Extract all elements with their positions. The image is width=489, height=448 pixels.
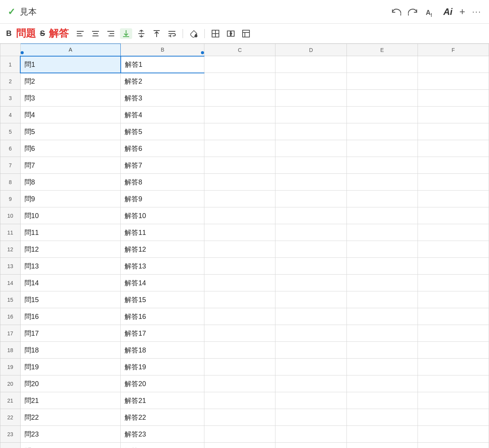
cell-f-1[interactable] bbox=[418, 56, 489, 73]
cell-c-12[interactable] bbox=[204, 241, 275, 258]
cell-f-15[interactable] bbox=[418, 291, 489, 308]
valign-middle-icon[interactable] bbox=[135, 28, 147, 39]
align-center-icon[interactable] bbox=[89, 28, 102, 39]
freeze-icon[interactable] bbox=[240, 28, 252, 39]
cell-e-14[interactable] bbox=[347, 275, 418, 291]
cell-e-5[interactable] bbox=[347, 123, 418, 140]
valign-bottom-icon[interactable] bbox=[120, 28, 132, 39]
cell-f-20[interactable] bbox=[418, 375, 489, 392]
borders-icon[interactable] bbox=[209, 28, 222, 39]
cell-c-17[interactable] bbox=[204, 325, 275, 342]
cell-a-6[interactable]: 問6 bbox=[20, 140, 121, 157]
cell-c-21[interactable] bbox=[204, 392, 275, 409]
table-row[interactable]: 1問1解答1 bbox=[0, 56, 489, 73]
cell-d-22[interactable] bbox=[275, 409, 347, 426]
cell-b-11[interactable]: 解答11 bbox=[121, 224, 204, 241]
cell-c-23[interactable] bbox=[204, 426, 275, 443]
table-row[interactable]: 13問13解答13 bbox=[0, 258, 489, 275]
cell-a-18[interactable]: 問18 bbox=[20, 342, 121, 359]
cell-b-18[interactable]: 解答18 bbox=[121, 342, 204, 359]
cell-e-2[interactable] bbox=[347, 73, 418, 90]
cell-f-22[interactable] bbox=[418, 409, 489, 426]
table-row[interactable]: 2問2解答2 bbox=[0, 73, 489, 90]
cell-d-21[interactable] bbox=[275, 392, 347, 409]
cell-b-5[interactable]: 解答5 bbox=[121, 123, 204, 140]
cell-c-15[interactable] bbox=[204, 291, 275, 308]
cell-c-2[interactable] bbox=[204, 73, 275, 90]
cell-f-5[interactable] bbox=[418, 123, 489, 140]
cell-e-1[interactable] bbox=[347, 56, 418, 73]
cell-f-17[interactable] bbox=[418, 325, 489, 342]
cell-e-24[interactable] bbox=[347, 443, 418, 448]
cell-f-6[interactable] bbox=[418, 140, 489, 157]
table-row[interactable]: 22問22解答22 bbox=[0, 409, 489, 426]
cell-f-7[interactable] bbox=[418, 157, 489, 174]
cell-b-17[interactable]: 解答17 bbox=[121, 325, 204, 342]
cell-b-23[interactable]: 解答23 bbox=[121, 426, 204, 443]
cell-d-7[interactable] bbox=[275, 157, 347, 174]
cell-a-4[interactable]: 問4 bbox=[20, 107, 121, 123]
cell-a-12[interactable]: 問12 bbox=[20, 241, 121, 258]
cell-c-1[interactable] bbox=[204, 56, 275, 73]
cell-b-10[interactable]: 解答10 bbox=[121, 207, 204, 224]
cell-a-8[interactable]: 問8 bbox=[20, 174, 121, 191]
cell-b-6[interactable]: 解答6 bbox=[121, 140, 204, 157]
cell-d-2[interactable] bbox=[275, 73, 347, 90]
cell-b-12[interactable]: 解答12 bbox=[121, 241, 204, 258]
cell-a-17[interactable]: 問17 bbox=[20, 325, 121, 342]
cell-b-4[interactable]: 解答4 bbox=[121, 107, 204, 123]
cell-a-10[interactable]: 問10 bbox=[20, 207, 121, 224]
font-size-icon[interactable]: A ǃ bbox=[425, 6, 436, 18]
cell-c-20[interactable] bbox=[204, 375, 275, 392]
cell-e-16[interactable] bbox=[347, 308, 418, 325]
cell-e-11[interactable] bbox=[347, 224, 418, 241]
align-left-icon[interactable] bbox=[74, 28, 86, 39]
cell-c-18[interactable] bbox=[204, 342, 275, 359]
table-row[interactable]: 16問16解答16 bbox=[0, 308, 489, 325]
cell-d-11[interactable] bbox=[275, 224, 347, 241]
add-icon[interactable]: + bbox=[459, 6, 465, 18]
cell-c-4[interactable] bbox=[204, 107, 275, 123]
cell-d-14[interactable] bbox=[275, 275, 347, 291]
cell-b-19[interactable]: 解答19 bbox=[121, 359, 204, 375]
cell-c-6[interactable] bbox=[204, 140, 275, 157]
cell-b-24[interactable]: 解答24 bbox=[121, 443, 204, 448]
column-header-f[interactable]: F bbox=[418, 44, 489, 56]
cell-f-19[interactable] bbox=[418, 359, 489, 375]
column-header-a[interactable]: A bbox=[20, 44, 121, 56]
column-header-d[interactable]: D bbox=[275, 44, 347, 56]
cell-d-12[interactable] bbox=[275, 241, 347, 258]
cell-e-10[interactable] bbox=[347, 207, 418, 224]
check-icon[interactable]: ✓ bbox=[8, 6, 15, 17]
table-row[interactable]: 6問6解答6 bbox=[0, 140, 489, 157]
table-row[interactable]: 10問10解答10 bbox=[0, 207, 489, 224]
column-header-b[interactable]: B bbox=[121, 44, 204, 56]
cell-c-22[interactable] bbox=[204, 409, 275, 426]
cell-b-2[interactable]: 解答2 bbox=[121, 73, 204, 90]
cell-b-3[interactable]: 解答3 bbox=[121, 90, 204, 107]
cell-d-8[interactable] bbox=[275, 174, 347, 191]
table-row[interactable]: 4問4解答4 bbox=[0, 107, 489, 123]
cell-a-24[interactable]: 問24 bbox=[20, 443, 121, 448]
text-wrap-icon[interactable] bbox=[166, 28, 178, 39]
cell-b-1[interactable]: 解答1 bbox=[121, 56, 204, 73]
cell-d-20[interactable] bbox=[275, 375, 347, 392]
cell-a-20[interactable]: 問20 bbox=[20, 375, 121, 392]
cell-f-10[interactable] bbox=[418, 207, 489, 224]
cell-d-6[interactable] bbox=[275, 140, 347, 157]
cell-a-2[interactable]: 問2 bbox=[20, 73, 121, 90]
ai-button[interactable]: Ai bbox=[443, 6, 452, 17]
undo-icon[interactable] bbox=[391, 7, 401, 17]
merge-cells-icon[interactable] bbox=[225, 28, 237, 39]
table-row[interactable]: 11問11解答11 bbox=[0, 224, 489, 241]
cell-e-12[interactable] bbox=[347, 241, 418, 258]
table-row[interactable]: 23問23解答23 bbox=[0, 426, 489, 443]
cell-d-24[interactable] bbox=[275, 443, 347, 448]
cell-f-3[interactable] bbox=[418, 90, 489, 107]
column-header-c[interactable]: C bbox=[204, 44, 275, 56]
cell-c-24[interactable] bbox=[204, 443, 275, 448]
cell-f-14[interactable] bbox=[418, 275, 489, 291]
cell-a-19[interactable]: 問19 bbox=[20, 359, 121, 375]
cell-e-3[interactable] bbox=[347, 90, 418, 107]
cell-a-9[interactable]: 問9 bbox=[20, 191, 121, 207]
